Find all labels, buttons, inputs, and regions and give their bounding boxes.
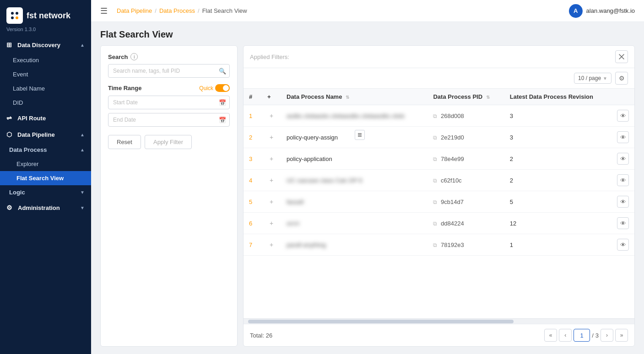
sidebar-data-process-header[interactable]: Data Process ▲ xyxy=(0,143,91,157)
row-6-add-btn[interactable]: + xyxy=(267,219,276,227)
next-page-button[interactable]: › xyxy=(601,329,613,342)
row-3-pid: ⧉ 78e4e99 xyxy=(428,148,504,170)
main-area: ☰ Data Pipeline / Data Process / Flat Se… xyxy=(91,0,644,354)
row-6-view-btn[interactable]: 👁 xyxy=(617,217,629,229)
row-6-name: orrrrr xyxy=(281,213,428,234)
row-5-add-btn[interactable]: + xyxy=(267,198,276,206)
collapse-filter-button[interactable] xyxy=(355,130,365,140)
sidebar-section-administration-header[interactable]: ⚙ Administration ▼ xyxy=(0,199,91,216)
horizontal-scrollbar[interactable] xyxy=(244,318,634,324)
reset-button[interactable]: Reset xyxy=(108,135,141,149)
applied-filters-label: Applied Filters: xyxy=(250,54,289,60)
breadcrumb-sep-1: / xyxy=(155,7,157,14)
sidebar-item-did[interactable]: DID xyxy=(0,96,91,110)
row-1-pid: ⧉ 268d008 xyxy=(428,105,504,127)
row-7-revision: 1 xyxy=(504,234,612,256)
page-title: Flat Search View xyxy=(100,29,635,40)
search-input[interactable] xyxy=(108,64,230,78)
table-row: 5 + fassafi ⧉ 9cb14d7 5 👁 xyxy=(244,191,634,213)
row-3-revision: 2 xyxy=(504,148,612,170)
settings-button[interactable]: ⚙ xyxy=(615,72,628,85)
row-7-num: 7 xyxy=(244,234,262,256)
copy-icon-2[interactable]: ⧉ xyxy=(433,134,437,141)
end-date-input[interactable] xyxy=(108,113,230,127)
table-wrap: # + Data Process Name ⇅ Data Process PID… xyxy=(244,89,634,318)
sidebar-item-execution[interactable]: Execution xyxy=(0,53,91,67)
first-page-button[interactable]: « xyxy=(544,329,557,342)
sidebar-item-flat-search-view[interactable]: Flat Search View xyxy=(0,171,91,185)
copy-icon-6[interactable]: ⧉ xyxy=(433,220,437,227)
time-range-label: Time Range xyxy=(108,85,141,91)
topbar-left: ☰ Data Pipeline / Data Process / Flat Se… xyxy=(100,6,247,16)
row-4-view-btn[interactable]: 👁 xyxy=(617,174,629,186)
row-3-view-btn[interactable]: 👁 xyxy=(617,153,629,165)
svg-point-0 xyxy=(11,12,14,15)
search-info-icon[interactable]: i xyxy=(130,53,138,60)
results-header: Applied Filters: xyxy=(244,46,634,68)
copy-icon-3[interactable]: ⧉ xyxy=(433,156,437,162)
app-name: fst network xyxy=(27,11,70,20)
row-5-view-btn[interactable]: 👁 xyxy=(617,196,629,208)
row-5-pid: ⧉ 9cb14d7 xyxy=(428,191,504,213)
pagination-controls: « ‹ / 3 › » xyxy=(544,329,628,342)
section-data-discovery: ⊞ Data Discovery ▲ Execution Event Label… xyxy=(0,37,91,110)
per-page-value: 10 / page xyxy=(578,75,601,81)
row-5-num: 5 xyxy=(244,191,262,213)
scrollbar-thumb[interactable] xyxy=(248,320,514,323)
per-page-select[interactable]: 10 / page ▼ xyxy=(574,73,612,84)
svg-point-1 xyxy=(16,12,18,15)
sidebar-section-api-route-header[interactable]: ⇌ API Route xyxy=(0,110,91,126)
filter-actions: Reset Apply Filter xyxy=(108,135,230,149)
copy-icon-4[interactable]: ⧉ xyxy=(433,177,437,184)
filter-clear-button[interactable] xyxy=(615,50,628,63)
last-page-button[interactable]: » xyxy=(615,329,628,342)
row-4-add-btn[interactable]: + xyxy=(267,176,276,184)
results-toolbar: 10 / page ▼ ⚙ xyxy=(244,68,634,89)
quick-toggle[interactable]: Quick xyxy=(199,84,230,92)
col-pid: Data Process PID ⇅ xyxy=(428,89,504,105)
admin-icon: ⚙ xyxy=(6,204,12,211)
sidebar-section-data-discovery-header[interactable]: ⊞ Data Discovery ▲ xyxy=(0,37,91,53)
sort-icon-name: ⇅ xyxy=(346,95,349,100)
toggle-switch[interactable] xyxy=(215,84,230,92)
quick-label: Quick xyxy=(199,85,213,91)
table-row: 1 + asdbc.cbdaasbc.cbdaasdbc.cbdaasdbc.c… xyxy=(244,105,634,127)
row-2-pid: ⧉ 2e219d0 xyxy=(428,127,504,148)
sidebar: fst network Version 1.3.0 ⊞ Data Discove… xyxy=(0,0,91,354)
breadcrumb-current: Flat Search View xyxy=(202,7,247,14)
sidebar-administration-label: Administration xyxy=(18,204,60,211)
breadcrumb-data-process[interactable]: Data Process xyxy=(159,7,195,14)
sidebar-section-data-pipeline-header[interactable]: ⬡ Data Pipeline ▲ xyxy=(0,126,91,143)
page-content: Flat Search View Search i 🔍 Time R xyxy=(91,22,644,354)
copy-icon-1[interactable]: ⧉ xyxy=(433,113,437,119)
chevron-up-icon-3: ▲ xyxy=(80,147,85,152)
row-2-add-btn[interactable]: + xyxy=(267,133,276,141)
row-7-view-btn[interactable]: 👁 xyxy=(617,239,629,251)
topbar: ☰ Data Pipeline / Data Process / Flat Se… xyxy=(91,0,644,22)
svg-point-3 xyxy=(16,16,18,19)
prev-page-button[interactable]: ‹ xyxy=(559,329,572,342)
breadcrumb-data-pipeline[interactable]: Data Pipeline xyxy=(117,7,152,14)
start-date-input[interactable] xyxy=(108,96,230,109)
page-number-input[interactable] xyxy=(574,329,590,342)
apply-filter-button[interactable]: Apply Filter xyxy=(145,135,192,149)
sidebar-logic-header[interactable]: Logic ▼ xyxy=(0,185,91,199)
row-7-add-btn[interactable]: + xyxy=(267,241,276,249)
row-2-view-btn[interactable]: 👁 xyxy=(617,131,629,143)
row-7-pid: ⧉ 78192e3 xyxy=(428,234,504,256)
row-4-revision: 2 xyxy=(504,170,612,191)
search-label: Search i xyxy=(108,53,230,60)
hamburger-icon[interactable]: ☰ xyxy=(100,6,108,16)
row-3-add-btn[interactable]: + xyxy=(267,155,276,163)
table-row: 3 + policy-application ⧉ 78e4e99 2 👁 xyxy=(244,148,634,170)
sidebar-item-label-name[interactable]: Label Name xyxy=(0,81,91,96)
copy-icon-5[interactable]: ⧉ xyxy=(433,199,437,205)
row-1-view-btn[interactable]: 👁 xyxy=(617,110,629,122)
results-panel: Applied Filters: 10 / page ▼ ⚙ xyxy=(243,45,635,347)
sidebar-item-event[interactable]: Event xyxy=(0,67,91,81)
col-add: + xyxy=(262,89,281,105)
copy-icon-7[interactable]: ⧉ xyxy=(433,242,437,248)
logo-icon xyxy=(6,7,23,24)
sidebar-item-explorer[interactable]: Explorer xyxy=(0,157,91,171)
row-1-add-btn[interactable]: + xyxy=(267,112,276,120)
